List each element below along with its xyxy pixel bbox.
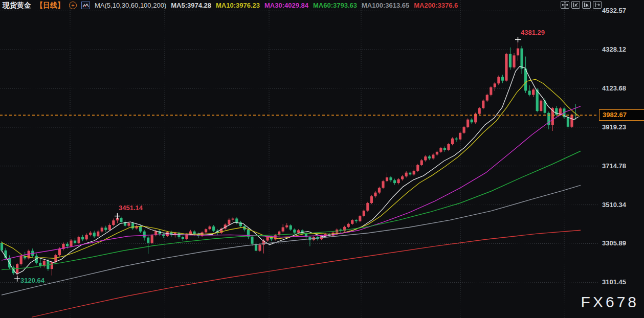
- axis-label: 4123.68: [602, 84, 626, 92]
- ma-legend-item: MA30:4029.84: [264, 2, 308, 9]
- ma-legend-item: MA60:3793.63: [313, 2, 357, 9]
- ma-line-ma5: [2, 66, 579, 274]
- pan-icon[interactable]: [561, 1, 569, 9]
- axis-label: 3305.89: [602, 239, 626, 247]
- price-annotation: 3451.14: [119, 204, 143, 212]
- chart-toolbar: [561, 1, 602, 9]
- axis-label: 3919.23: [602, 123, 626, 131]
- symbol-title: 现货黄金: [3, 1, 31, 10]
- price-annotation: 3120.64: [20, 277, 45, 284]
- exit-right-icon[interactable]: [593, 1, 602, 9]
- range-left-icon[interactable]: [571, 1, 580, 9]
- indicator-icon[interactable]: [81, 2, 90, 9]
- ma-legend-item: MA5:3974.28: [171, 2, 211, 9]
- watermark: FX678: [581, 293, 639, 311]
- ma-line-ma200: [32, 230, 581, 317]
- extreme-cross-icon: [515, 37, 521, 42]
- ma-legend-item: MA200:3376.6: [414, 2, 458, 9]
- chart-header: 现货黄金 【日线】 + MA(5,10,30,60,100,200) MA5:3…: [3, 0, 458, 11]
- circle-plus-icon[interactable]: +: [69, 2, 77, 9]
- ma-caption: MA(5,10,30,60,100,200): [95, 2, 166, 9]
- axis-label: 4328.12: [602, 46, 626, 53]
- axis-label: 3714.78: [602, 162, 626, 170]
- axis-label: 4532.57: [602, 7, 626, 14]
- ma-line-ma100: [2, 185, 581, 295]
- extreme-cross-icon: [115, 213, 120, 219]
- last-price-badge: 3982.67: [599, 109, 644, 121]
- ma-lines-layer: [2, 66, 581, 317]
- range-play-icon[interactable]: [582, 1, 591, 9]
- ma-legend-item: MA10:3976.23: [216, 2, 260, 9]
- axis-label: 3510.34: [602, 201, 626, 209]
- chart-window: 现货黄金 【日线】 + MA(5,10,30,60,100,200) MA5:3…: [0, 0, 644, 318]
- extreme-cross-icon: [14, 276, 20, 282]
- period-selector[interactable]: 【日线】: [36, 1, 64, 10]
- ma-legend-item: MA100:3613.65: [362, 2, 409, 9]
- axis-label: 3101.45: [602, 278, 626, 286]
- price-annotation: 4381.29: [521, 29, 545, 36]
- ma-line-ma30: [2, 106, 581, 260]
- chart-canvas[interactable]: [0, 0, 644, 318]
- ma-line-ma10: [2, 79, 580, 258]
- gridlines: [0, 0, 598, 318]
